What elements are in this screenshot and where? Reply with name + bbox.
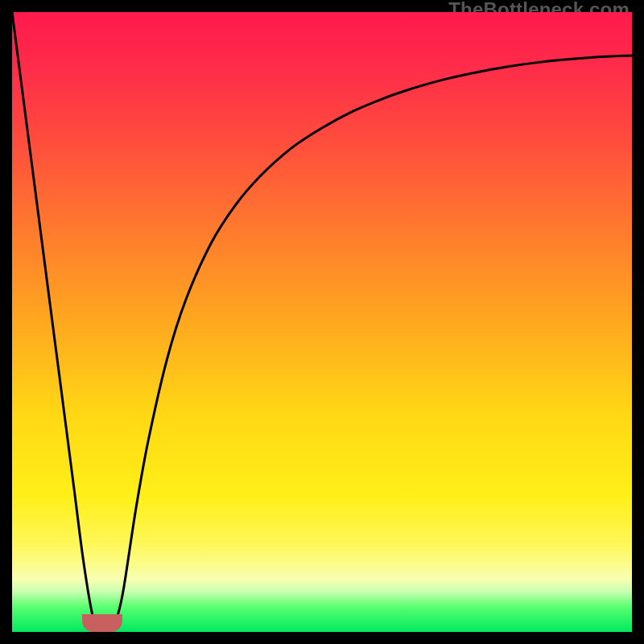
chart-frame xyxy=(12,12,632,632)
chart-minimum-marker xyxy=(82,614,122,632)
chart-curve xyxy=(12,12,632,628)
chart-plot xyxy=(12,12,632,632)
